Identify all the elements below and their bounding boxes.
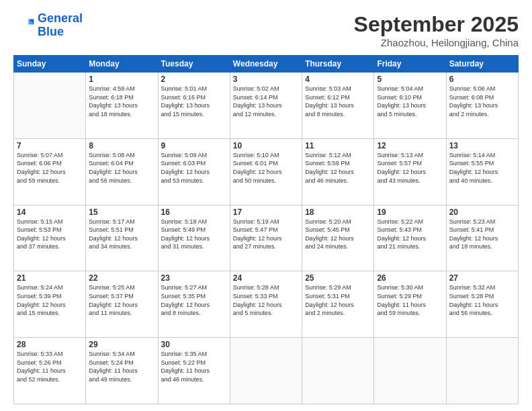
table-row: 24Sunrise: 5:28 AM Sunset: 5:33 PM Dayli… [230,271,302,338]
day-number: 30 [161,340,227,349]
table-row [302,338,374,404]
calendar-table: Sunday Monday Tuesday Wednesday Thursday… [13,55,519,404]
table-row: 8Sunrise: 5:08 AM Sunset: 6:04 PM Daylig… [86,138,158,205]
table-row: 13Sunrise: 5:14 AM Sunset: 5:55 PM Dayli… [446,138,518,205]
day-info: Sunrise: 5:34 AM Sunset: 5:24 PM Dayligh… [89,350,154,383]
day-number: 23 [161,273,227,283]
day-number: 12 [377,141,443,150]
col-saturday: Saturday [446,56,518,73]
day-number: 18 [305,208,371,217]
table-row: 22Sunrise: 5:25 AM Sunset: 5:37 PM Dayli… [86,271,158,338]
table-row: 25Sunrise: 5:29 AM Sunset: 5:31 PM Dayli… [302,271,374,338]
calendar-week-row: 21Sunrise: 5:24 AM Sunset: 5:39 PM Dayli… [14,271,519,338]
day-info: Sunrise: 5:14 AM Sunset: 5:55 PM Dayligh… [449,151,515,185]
day-info: Sunrise: 5:29 AM Sunset: 5:31 PM Dayligh… [305,283,371,317]
day-number: 3 [233,75,299,84]
day-number: 9 [161,141,227,150]
table-row: 11Sunrise: 5:12 AM Sunset: 5:59 PM Dayli… [302,138,374,205]
table-row: 1Sunrise: 4:59 AM Sunset: 6:18 PM Daylig… [86,73,158,139]
day-info: Sunrise: 5:28 AM Sunset: 5:33 PM Dayligh… [233,283,299,317]
calendar-week-row: 28Sunrise: 5:33 AM Sunset: 5:26 PM Dayli… [14,338,519,404]
day-number: 17 [233,208,299,217]
day-number: 10 [233,141,299,150]
day-info: Sunrise: 5:25 AM Sunset: 5:37 PM Dayligh… [89,283,154,317]
table-row: 26Sunrise: 5:30 AM Sunset: 5:29 PM Dayli… [374,271,446,338]
table-row: 5Sunrise: 5:04 AM Sunset: 6:10 PM Daylig… [374,73,446,139]
day-info: Sunrise: 5:13 AM Sunset: 5:57 PM Dayligh… [377,151,443,185]
day-info: Sunrise: 5:04 AM Sunset: 6:10 PM Dayligh… [377,85,443,118]
table-row: 12Sunrise: 5:13 AM Sunset: 5:57 PM Dayli… [374,138,446,205]
table-row: 10Sunrise: 5:10 AM Sunset: 6:01 PM Dayli… [230,138,302,205]
day-number: 20 [449,208,515,217]
calendar-week-row: 1Sunrise: 4:59 AM Sunset: 6:18 PM Daylig… [14,73,519,139]
day-number: 16 [161,208,227,217]
table-row: 15Sunrise: 5:17 AM Sunset: 5:51 PM Dayli… [86,205,158,271]
col-tuesday: Tuesday [158,56,230,73]
day-info: Sunrise: 5:02 AM Sunset: 6:14 PM Dayligh… [233,85,299,118]
logo: General Blue [13,12,83,39]
day-number: 7 [17,141,83,150]
table-row: 18Sunrise: 5:20 AM Sunset: 5:45 PM Dayli… [302,205,374,271]
day-info: Sunrise: 5:07 AM Sunset: 6:06 PM Dayligh… [17,151,83,185]
day-info: Sunrise: 5:06 AM Sunset: 6:08 PM Dayligh… [449,85,515,118]
day-info: Sunrise: 5:18 AM Sunset: 5:49 PM Dayligh… [161,218,227,251]
day-number: 2 [161,75,227,84]
calendar-week-row: 14Sunrise: 5:15 AM Sunset: 5:53 PM Dayli… [14,205,519,271]
day-info: Sunrise: 5:19 AM Sunset: 5:47 PM Dayligh… [233,218,299,251]
table-row: 17Sunrise: 5:19 AM Sunset: 5:47 PM Dayli… [230,205,302,271]
day-number: 15 [89,208,154,217]
day-info: Sunrise: 5:33 AM Sunset: 5:26 PM Dayligh… [17,350,83,383]
day-number: 4 [305,75,371,84]
day-info: Sunrise: 5:23 AM Sunset: 5:41 PM Dayligh… [449,218,515,251]
day-number: 5 [377,75,443,84]
col-monday: Monday [86,56,158,73]
day-number: 13 [449,141,515,150]
day-number: 26 [377,273,443,283]
table-row: 7Sunrise: 5:07 AM Sunset: 6:06 PM Daylig… [14,138,86,205]
table-row: 20Sunrise: 5:23 AM Sunset: 5:41 PM Dayli… [446,205,518,271]
day-info: Sunrise: 5:20 AM Sunset: 5:45 PM Dayligh… [305,218,371,251]
day-number: 25 [305,273,371,283]
col-friday: Friday [374,56,446,73]
day-info: Sunrise: 5:30 AM Sunset: 5:29 PM Dayligh… [377,283,443,317]
day-info: Sunrise: 5:27 AM Sunset: 5:35 PM Dayligh… [161,283,227,317]
table-row: 14Sunrise: 5:15 AM Sunset: 5:53 PM Dayli… [14,205,86,271]
day-info: Sunrise: 5:32 AM Sunset: 5:28 PM Dayligh… [449,283,515,317]
col-wednesday: Wednesday [230,56,302,73]
table-row: 16Sunrise: 5:18 AM Sunset: 5:49 PM Dayli… [158,205,230,271]
day-number: 8 [89,141,154,150]
day-number: 1 [89,75,154,84]
table-row: 19Sunrise: 5:22 AM Sunset: 5:43 PM Dayli… [374,205,446,271]
title-block: September 2025 Zhaozhou, Heilongjiang, C… [354,12,519,48]
day-number: 19 [377,208,443,217]
day-number: 28 [17,340,83,349]
table-row: 23Sunrise: 5:27 AM Sunset: 5:35 PM Dayli… [158,271,230,338]
day-info: Sunrise: 5:35 AM Sunset: 5:22 PM Dayligh… [161,350,227,383]
day-info: Sunrise: 5:09 AM Sunset: 6:03 PM Dayligh… [161,151,227,185]
table-row: 6Sunrise: 5:06 AM Sunset: 6:08 PM Daylig… [446,73,518,139]
calendar-header-row: Sunday Monday Tuesday Wednesday Thursday… [14,56,519,73]
location: Zhaozhou, Heilongjiang, China [354,37,519,48]
table-row [374,338,446,404]
table-row: 9Sunrise: 5:09 AM Sunset: 6:03 PM Daylig… [158,138,230,205]
logo-text: General Blue [38,12,83,39]
day-info: Sunrise: 5:08 AM Sunset: 6:04 PM Dayligh… [89,151,154,185]
table-row [446,338,518,404]
day-info: Sunrise: 4:59 AM Sunset: 6:18 PM Dayligh… [89,85,154,118]
table-row [230,338,302,404]
day-number: 29 [89,340,154,349]
table-row [14,73,86,139]
table-row: 28Sunrise: 5:33 AM Sunset: 5:26 PM Dayli… [14,338,86,404]
day-number: 22 [89,273,154,283]
table-row: 2Sunrise: 5:01 AM Sunset: 6:16 PM Daylig… [158,73,230,139]
day-number: 21 [17,273,83,283]
day-info: Sunrise: 5:01 AM Sunset: 6:16 PM Dayligh… [161,85,227,118]
table-row: 21Sunrise: 5:24 AM Sunset: 5:39 PM Dayli… [14,271,86,338]
col-sunday: Sunday [14,56,86,73]
calendar-week-row: 7Sunrise: 5:07 AM Sunset: 6:06 PM Daylig… [14,138,519,205]
day-info: Sunrise: 5:03 AM Sunset: 6:12 PM Dayligh… [305,85,371,118]
day-info: Sunrise: 5:17 AM Sunset: 5:51 PM Dayligh… [89,218,154,251]
logo-icon [13,15,35,36]
logo-blue: Blue [38,26,83,39]
day-info: Sunrise: 5:10 AM Sunset: 6:01 PM Dayligh… [233,151,299,185]
